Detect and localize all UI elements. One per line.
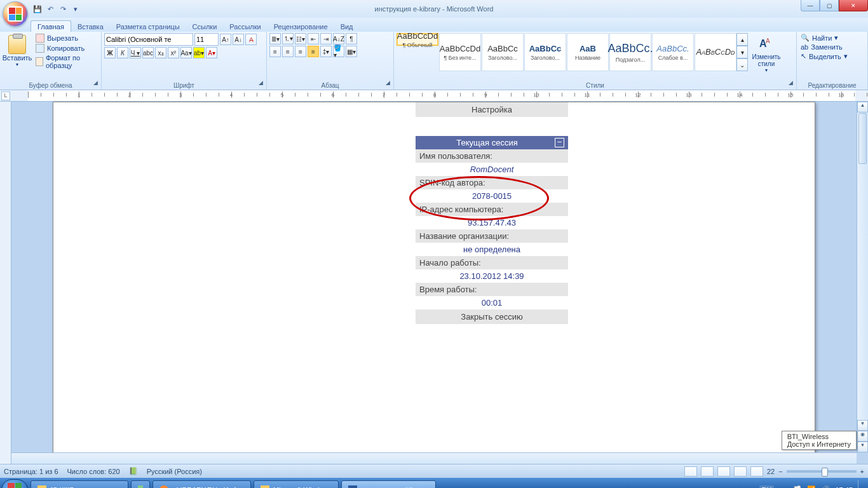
zoom-out-button[interactable]: − (778, 468, 782, 475)
spell-check-icon[interactable]: 📗 (129, 467, 138, 475)
superscript-button[interactable]: x² (168, 47, 179, 58)
network-icon[interactable]: 📶 (807, 485, 816, 488)
align-left-button[interactable]: ≡ (269, 46, 281, 57)
font-size-select[interactable] (194, 33, 219, 46)
show-desktop-button[interactable] (858, 480, 863, 488)
change-styles-button[interactable]: AA Изменить стили ▾ (745, 33, 787, 74)
font-name-select[interactable] (104, 33, 193, 46)
replace-button[interactable]: abЗаменить (799, 43, 865, 51)
view-full-screen[interactable] (701, 466, 714, 477)
style-no-spacing[interactable]: AaBbCcDd¶ Без инте... (439, 33, 481, 71)
prev-page-button[interactable]: ◉ (857, 431, 868, 442)
strike-button[interactable]: abc (142, 47, 154, 58)
view-outline[interactable] (734, 466, 747, 477)
tab-review[interactable]: Рецензирование (268, 21, 334, 32)
volume-icon[interactable]: 🔊 (821, 485, 830, 488)
minimize-button[interactable]: — (801, 0, 820, 11)
page-indicator[interactable]: Страница: 1 из 6 (4, 468, 58, 475)
numbering-button[interactable]: ⒈▾ (282, 33, 294, 44)
task-explorer[interactable]: {G:\!!!!Временная па... (31, 480, 128, 488)
input-lang[interactable]: RU (759, 485, 775, 488)
bullets-button[interactable]: ≣▾ (269, 33, 281, 44)
view-draft[interactable] (750, 466, 763, 477)
style-heading1[interactable]: AaBbCcЗаголово... (482, 33, 524, 71)
font-launcher[interactable]: ◢ (256, 79, 265, 88)
qat-more-icon[interactable]: ▾ (70, 3, 81, 15)
style-more[interactable]: AaBbCcDd (695, 33, 736, 71)
grow-font-button[interactable]: A↑ (220, 34, 231, 45)
vertical-scrollbar[interactable]: ▲ ▼ ◉ ▼ (857, 102, 868, 452)
undo-icon[interactable]: ↶ (44, 3, 56, 15)
indent-button[interactable]: ⇥ (320, 33, 332, 44)
task-windows[interactable]: Microsoft Windows (254, 480, 339, 488)
borders-button[interactable]: ▦▾ (346, 46, 357, 57)
clear-format-button[interactable]: A̶ (245, 34, 257, 45)
justify-button[interactable]: ≡ (308, 46, 319, 57)
task-word[interactable]: инструкция e-kibrar... (341, 480, 435, 488)
horizontal-ruler[interactable]: L 12345678910111213141516 (0, 90, 868, 102)
bold-button[interactable]: Ж (104, 47, 116, 58)
outdent-button[interactable]: ⇤ (308, 33, 319, 44)
multilevel-button[interactable]: ☷▾ (295, 33, 306, 44)
paragraph-launcher[interactable]: ◢ (383, 79, 392, 88)
flag-icon[interactable]: 🏳️ (793, 485, 802, 488)
close-button[interactable]: ✕ (839, 0, 868, 11)
select-button[interactable]: ↖Выделить ▾ (799, 51, 865, 61)
scroll-up-button[interactable]: ▲ (857, 102, 868, 112)
view-web[interactable] (717, 466, 730, 477)
underline-button[interactable]: Ч ▾ (130, 47, 141, 58)
style-normal[interactable]: AaBbCcDd¶ Обычный (397, 33, 438, 46)
tab-insert[interactable]: Вставка (71, 21, 110, 32)
vertical-ruler[interactable] (0, 102, 11, 464)
save-icon[interactable]: 💾 (32, 3, 43, 15)
tab-view[interactable]: Вид (334, 21, 360, 32)
clipboard-launcher[interactable]: ◢ (91, 79, 100, 88)
italic-button[interactable]: К (117, 47, 128, 58)
next-page-button[interactable]: ▼ (857, 442, 868, 452)
scroll-thumb[interactable] (858, 113, 867, 164)
tab-type-selector[interactable]: L (1, 92, 10, 100)
change-case-button[interactable]: Aa▾ (180, 47, 192, 58)
styles-gallery[interactable]: AaBbCcDd¶ Обычный AaBbCcDd¶ Без инте... … (397, 33, 736, 71)
find-button[interactable]: 🔍Найти ▾ (799, 33, 865, 43)
tab-home[interactable]: Главная (31, 20, 71, 32)
style-subtle[interactable]: AaBbCc.Слабое в... (652, 33, 694, 71)
paste-button[interactable]: Вставить ▾ (3, 33, 32, 70)
line-spacing-button[interactable]: ‡▾ (320, 46, 332, 57)
tab-references[interactable]: Ссылки (186, 21, 224, 32)
tab-page-layout[interactable]: Разметка страницы (110, 21, 186, 32)
task-firefox[interactable]: eLIBRARY.RU - Инф... (153, 480, 251, 488)
styles-launcher[interactable]: ◢ (786, 79, 795, 88)
shrink-font-button[interactable]: A↓ (233, 34, 244, 45)
show-marks-button[interactable]: ¶ (346, 33, 357, 44)
font-color-button[interactable]: A▾ (206, 47, 217, 58)
sort-button[interactable]: A↓Z (333, 33, 344, 44)
maximize-button[interactable]: ▢ (820, 0, 839, 11)
align-right-button[interactable]: ≡ (295, 46, 306, 57)
view-print-layout[interactable] (684, 466, 697, 477)
zoom-value[interactable]: 22 (767, 468, 775, 475)
format-painter-button[interactable]: Формат по образцу (34, 53, 98, 70)
office-button[interactable] (3, 1, 28, 27)
start-button[interactable] (1, 479, 28, 488)
scroll-down-button[interactable]: ▼ (857, 420, 868, 431)
document-area[interactable]: Настройка Текущая сессия − Имя пользоват… (11, 102, 857, 464)
tray-show-hidden[interactable]: ▴ (779, 485, 788, 488)
tab-mailings[interactable]: Рассылки (223, 21, 267, 32)
subscript-button[interactable]: x₂ (155, 47, 166, 58)
copy-button[interactable]: Копировать (34, 43, 98, 53)
redo-icon[interactable]: ↷ (57, 3, 69, 15)
highlight-button[interactable]: ab▾ (193, 47, 205, 58)
task-app2[interactable] (131, 480, 150, 488)
style-subtitle[interactable]: AaBbCc.Подзагол... (609, 33, 651, 71)
language-indicator[interactable]: Русский (Россия) (147, 468, 202, 475)
horizontal-scrollbar[interactable] (11, 452, 857, 464)
shading-button[interactable]: 🪣▾ (333, 46, 344, 57)
style-title[interactable]: AaBНазвание (567, 33, 609, 71)
word-count[interactable]: Число слов: 620 (67, 468, 120, 475)
cut-button[interactable]: Вырезать (34, 33, 98, 43)
zoom-slider[interactable] (787, 470, 857, 473)
align-center-button[interactable]: ≡ (282, 46, 294, 57)
style-heading2[interactable]: AaBbCcЗаголово... (524, 33, 566, 71)
zoom-in-button[interactable]: + (860, 468, 864, 475)
